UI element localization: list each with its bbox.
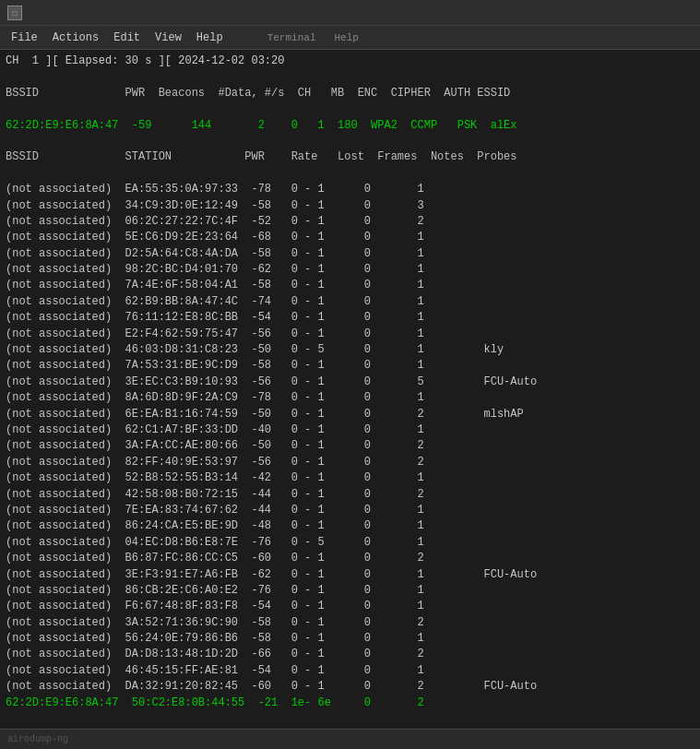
station-row: (not associated) EA:55:35:0A:97:33 -78 0… (6, 182, 694, 197)
station-row: (not associated) DA:32:91:20:82:45 -60 0… (6, 679, 694, 695)
blank-line-3 (6, 134, 694, 149)
menu-actions[interactable]: Actions (45, 30, 106, 46)
blank-line-1 (6, 69, 694, 85)
terminal-content: CH 1 ][ Elapsed: 30 s ][ 2024-12-02 03:2… (0, 50, 700, 729)
menu-view[interactable]: View (148, 30, 189, 46)
station-row: (not associated) 8A:6D:8D:9F:2A:C9 -78 0… (6, 390, 694, 406)
station-row: (not associated) 04:EC:D8:B6:E8:7E -76 0… (6, 535, 694, 551)
station-row: (not associated) 5E:C6:D9:2E:23:64 -68 0… (6, 230, 694, 245)
station-row: (not associated) 56:24:0E:79:86:B6 -58 0… (6, 631, 694, 647)
station-list: (not associated) EA:55:35:0A:97:33 -78 0… (6, 182, 694, 711)
header-row: BSSID PWR Beacons #Data, #/s CH MB ENC C… (6, 86, 694, 101)
blank-line-4 (6, 166, 694, 182)
terminal-window: ☐ File Actions Edit View Help Terminal H… (0, 0, 700, 749)
station-row: (not associated) 06:2C:27:22:7C:4F -52 0… (6, 214, 694, 230)
station-header: BSSID STATION PWR Rate Lost Frames Notes… (6, 149, 694, 165)
station-row: (not associated) 7A:4E:6F:58:04:A1 -58 0… (6, 278, 694, 293)
station-row: (not associated) 7E:EA:83:74:67:62 -44 0… (6, 503, 694, 518)
menu-edit[interactable]: Edit (106, 30, 148, 46)
station-row: (not associated) E2:F4:62:59:75:47 -56 0… (6, 327, 694, 342)
station-row: (not associated) 6E:EA:B1:16:74:59 -50 0… (6, 407, 694, 422)
status-bar-text: airodump-ng (7, 734, 68, 744)
station-row: (not associated) B6:87:FC:86:CC:C5 -60 0… (6, 551, 694, 566)
title-bar: ☐ (0, 0, 700, 26)
status-line: CH 1 ][ Elapsed: 30 s ][ 2024-12-02 03:2… (6, 54, 694, 69)
station-row: (not associated) 52:B8:52:55:B3:14 -42 0… (6, 470, 694, 486)
station-row: (not associated) 76:11:12:E8:8C:BB -54 0… (6, 310, 694, 326)
station-row: (not associated) 46:03:D8:31:C8:23 -50 0… (6, 342, 694, 358)
bssid-row: 62:2D:E9:E6:8A:47 -59 144 2 0 1 180 WPA2… (6, 118, 694, 134)
menu-help[interactable]: Help (189, 30, 231, 46)
station-row: (not associated) 42:58:08:B0:72:15 -44 0… (6, 487, 694, 503)
station-row: (not associated) 34:C9:3D:0E:12:49 -58 0… (6, 198, 694, 214)
window-icon: ☐ (7, 6, 22, 20)
station-row: (not associated) 3A:FA:CC:AE:80:66 -50 0… (6, 438, 694, 454)
station-row: (not associated) 98:2C:BC:D4:01:70 -62 0… (6, 262, 694, 278)
station-row: (not associated) 3E:EC:C3:B9:10:93 -56 0… (6, 374, 694, 390)
station-row: (not associated) DA:D8:13:48:1D:2D -66 0… (6, 647, 694, 662)
station-row: (not associated) 86:24:CA:E5:BE:9D -48 0… (6, 518, 694, 534)
menu-file[interactable]: File (4, 30, 45, 46)
station-row: 62:2D:E9:E6:8A:47 50:C2:E8:0B:44:55 -21 … (6, 696, 694, 711)
blank-line-2 (6, 101, 694, 117)
station-row: (not associated) D2:5A:64:C8:4A:DA -58 0… (6, 246, 694, 262)
menu-bar: File Actions Edit View Help Terminal Hel… (0, 26, 700, 50)
station-row: (not associated) F6:67:48:8F:83:F8 -54 0… (6, 599, 694, 614)
station-row: (not associated) 82:FF:40:9E:53:97 -56 0… (6, 455, 694, 470)
station-row: (not associated) 46:45:15:FF:AE:81 -54 0… (6, 663, 694, 679)
station-row: (not associated) 62:B9:BB:8A:47:4C -74 0… (6, 294, 694, 310)
station-row: (not associated) 3A:52:71:36:9C:90 -58 0… (6, 615, 694, 631)
status-bar: airodump-ng (0, 729, 700, 749)
station-row: (not associated) 7A:53:31:BE:9C:D9 -58 0… (6, 358, 694, 374)
station-row: (not associated) 86:CB:2E:C6:A0:E2 -76 0… (6, 583, 694, 599)
station-row: (not associated) 62:C1:A7:BF:33:DD -40 0… (6, 422, 694, 438)
station-row: (not associated) 3E:F3:91:E7:A6:FB -62 0… (6, 567, 694, 583)
